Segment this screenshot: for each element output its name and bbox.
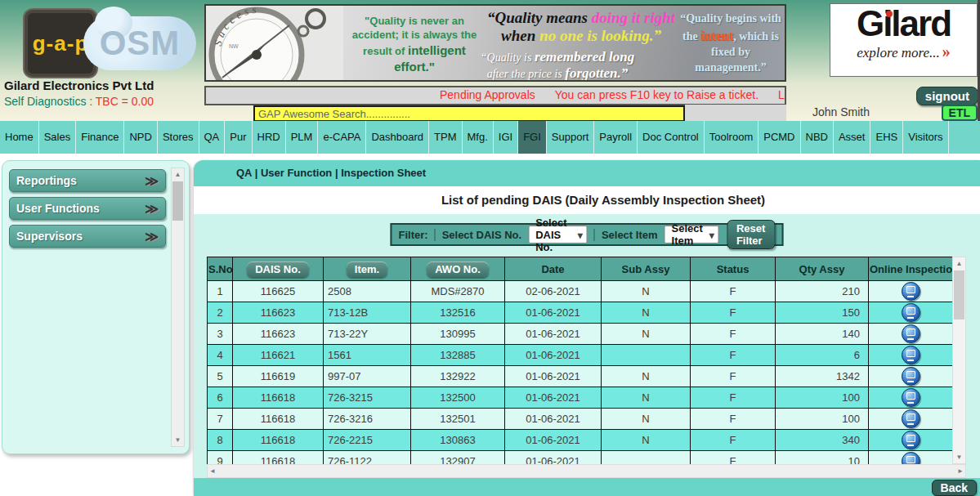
announcement-marquee: Pending ApprovalsYou can press F10 key t… (204, 86, 786, 105)
dais-filter-label: Select DAIS No. (435, 229, 522, 241)
table-horizontal-scrollbar[interactable] (207, 464, 966, 478)
nav-item[interactable]: Visitors (903, 121, 948, 154)
nav-item[interactable]: TPM (429, 121, 462, 154)
nav-item[interactable]: e-CAPA (318, 121, 366, 154)
nav-item[interactable]: HRD (253, 121, 286, 154)
svg-text:NW: NW (229, 43, 239, 49)
signout-button[interactable]: signout (916, 87, 978, 105)
table-row: 2 116623 713-12B 132516 01-06-2021 N F 1… (208, 302, 953, 324)
quote-means: “Quality means doing it right when no on… (481, 9, 682, 45)
col-item: Item. (324, 257, 411, 281)
nav-item[interactable]: NBD (801, 121, 834, 154)
nav-item[interactable]: Doc Control (638, 121, 705, 154)
gilard-logo: Gilard explore more...» (830, 3, 978, 77)
sidebar-item[interactable]: Reportings (9, 169, 166, 192)
quality-banner: Success NW "Quality is never an accident… (204, 4, 786, 82)
online-inspection-icon[interactable] (902, 346, 920, 364)
col-status: Status (691, 257, 776, 281)
scroll-thumb[interactable] (954, 270, 964, 319)
scroll-down-icon[interactable] (172, 434, 184, 446)
bottom-bar: Back (194, 478, 980, 496)
scroll-left-icon[interactable] (209, 465, 216, 477)
self-diagnostics-label: Self Diagnostics : (4, 95, 92, 108)
nav-item[interactable]: Finance (76, 121, 124, 154)
col-online-inspection: Online Inspection (869, 257, 953, 281)
nav-item[interactable]: Stores (158, 121, 199, 154)
nav-item[interactable]: FGI (518, 121, 547, 154)
table-row: 5 116619 997-07 132922 01-06-2021 N F 13… (208, 366, 953, 387)
scroll-thumb[interactable] (172, 181, 183, 221)
nav-item[interactable]: Toolroom (705, 121, 758, 154)
table-row: 8 116618 726-2215 130863 01-06-2021 N F … (208, 430, 953, 451)
marquee-message: Pending Approvals (440, 88, 535, 101)
online-inspection-icon[interactable] (902, 282, 920, 301)
sort-awo-button[interactable]: AWO No. (427, 261, 489, 277)
user-name: John Smith (812, 105, 870, 118)
table-row: 3 116623 713-22Y 130995 01-06-2021 N F 1… (208, 324, 953, 345)
sort-dais-button[interactable]: DAIS No. (247, 261, 309, 277)
page-title: List of pending DAIS (Daily Assembly Ins… (194, 186, 980, 214)
scroll-up-icon[interactable] (953, 257, 965, 270)
item-select[interactable]: Select Item (665, 226, 719, 244)
table-row: 6 116618 726-3215 132500 01-06-2021 N F … (208, 387, 953, 409)
nav-item[interactable]: Payroll (594, 121, 638, 154)
col-dais: DAIS No. (233, 257, 324, 281)
online-inspection-icon[interactable] (902, 452, 920, 464)
nav-item[interactable]: PLM (286, 121, 319, 154)
online-inspection-icon[interactable] (902, 409, 920, 428)
osm-cloud-logo: OSM (83, 16, 196, 70)
dropdown-arrow-icon (578, 229, 583, 241)
scroll-down-icon[interactable] (953, 451, 965, 463)
dais-table: S.No. DAIS No. Item. AWO No. Date Sub As… (207, 257, 952, 464)
table-header-row: S.No. DAIS No. Item. AWO No. Date Sub As… (208, 257, 953, 281)
sort-item-button[interactable]: Item. (347, 261, 387, 277)
sidebar: Reportings User Functions Supervisors (2, 160, 190, 454)
application-window: g-a-p OSM Gilard Electronics Pvt Ltd Sel… (0, 0, 980, 496)
nav-item[interactable]: Sales (39, 121, 77, 154)
online-inspection-icon[interactable] (902, 388, 920, 407)
col-qty: Qty Assy (776, 257, 869, 281)
company-name: Gilard Electronics Pvt Ltd (4, 78, 154, 92)
sidebar-item[interactable]: User Functions (9, 197, 166, 220)
nav-item[interactable]: EHS (870, 121, 903, 154)
reset-filter-button[interactable]: Reset Filter (727, 220, 776, 249)
expand-double-arrow-icon (145, 229, 159, 244)
col-sno: S.No. (208, 257, 233, 281)
scroll-up-icon[interactable] (172, 168, 184, 181)
table-row: 7 116618 726-3216 132501 01-06-2021 N F … (208, 409, 953, 430)
online-inspection-icon[interactable] (902, 303, 920, 322)
back-button[interactable]: Back (932, 480, 977, 496)
dais-select[interactable]: Select DAIS No. (528, 226, 588, 244)
nav-item[interactable]: QA (199, 121, 226, 154)
expand-double-arrow-icon (145, 173, 159, 189)
nav-item[interactable]: NPD (124, 121, 157, 154)
table-row: 4 116621 1561 132885 01-06-2021 F 6 (208, 345, 953, 366)
nav-item[interactable]: Home (0, 121, 39, 154)
online-inspection-icon[interactable] (902, 324, 920, 343)
gap-logo-text: g-a-p (33, 31, 89, 56)
quote-remembered: “Quality is remembered long after the pr… (455, 49, 660, 82)
nav-item[interactable]: Asset (834, 121, 871, 154)
sidebar-item[interactable]: Supervisors (9, 225, 166, 248)
nav-item[interactable]: Pur (225, 121, 252, 154)
main-nav: HomeSalesFinanceNPDStoresQAPurHRDPLMe-CA… (0, 121, 980, 154)
online-inspection-icon[interactable] (902, 367, 920, 386)
breadcrumb: QA | User Function | Inspection Sheet (194, 160, 980, 186)
nav-item[interactable]: Dashboard (366, 121, 429, 154)
compass-image: Success NW (206, 6, 343, 80)
nav-item[interactable]: PCMD (758, 121, 800, 154)
gap-search-input[interactable] (253, 105, 685, 122)
etl-button[interactable]: ETL (942, 105, 978, 121)
sidebar-scrollbar[interactable] (171, 168, 185, 447)
nav-item[interactable]: Mfg. (463, 121, 494, 154)
table-vertical-scrollbar[interactable] (952, 257, 966, 464)
content-panel: QA | User Function | Inspection Sheet Li… (194, 160, 980, 496)
nav-item[interactable]: Support (547, 121, 595, 154)
online-inspection-icon[interactable] (902, 431, 920, 449)
scroll-right-icon[interactable] (957, 465, 964, 477)
table-row: 1 116625 2508 MDS#2870 02-06-2021 N F 21… (208, 281, 953, 302)
osm-logo-text: OSM (100, 24, 181, 63)
marquee-message: You can press F10 key to Raise a ticket. (555, 88, 758, 101)
expand-double-arrow-icon (145, 201, 159, 217)
nav-item[interactable]: IGI (494, 121, 518, 154)
